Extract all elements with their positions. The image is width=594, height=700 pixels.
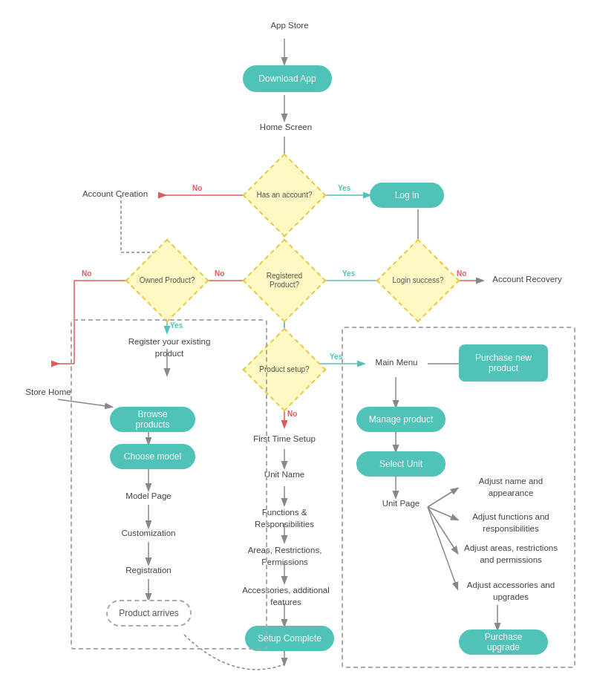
svg-text:No: No (192, 184, 202, 192)
has-account-label: Has an account? (255, 166, 314, 225)
download-app-node: Download App (243, 65, 332, 92)
svg-text:No: No (215, 269, 224, 278)
dashed-box-left (71, 319, 267, 650)
dashed-box-right (342, 327, 575, 668)
log-in-node: Log in (370, 183, 444, 208)
svg-text:Yes: Yes (342, 269, 356, 278)
home-screen-label: Home Screen (241, 122, 330, 131)
owned-product-label: Owned Product? (137, 251, 197, 310)
app-store-label: App Store (245, 21, 334, 30)
account-recovery-label: Account Recovery (483, 275, 572, 284)
svg-text:Yes: Yes (338, 184, 351, 192)
registered-product-label: Registered Product? (255, 251, 314, 310)
flowchart: Yes No Yes No No No Yes Yes (0, 0, 594, 700)
svg-text:No: No (287, 410, 297, 418)
store-home-label: Store Home (19, 387, 78, 396)
login-success-label: Login success? (388, 251, 448, 310)
svg-text:No: No (82, 269, 91, 278)
svg-text:No: No (457, 269, 466, 278)
account-creation-label: Account Creation (67, 189, 163, 198)
